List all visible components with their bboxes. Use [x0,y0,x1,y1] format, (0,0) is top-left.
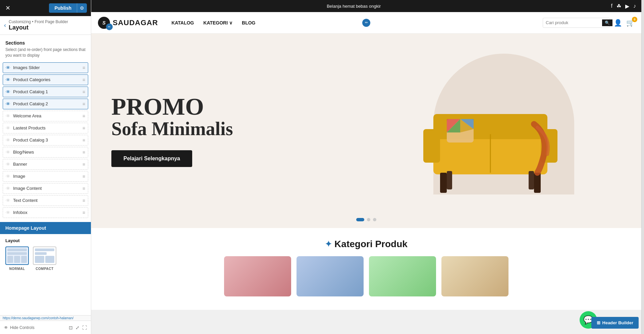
visibility-icon: 👁 [6,137,10,143]
drag-handle[interactable]: ≡ [83,198,85,203]
categories-section: ✦ Kategori Produk [91,228,641,310]
nav-right: 🔍 👤 🛒 0 [543,18,635,28]
drag-handle[interactable]: ≡ [83,150,85,155]
drag-handle[interactable]: ≡ [83,162,85,167]
carousel-dots [356,218,376,221]
search-button[interactable]: 🔍 [602,19,612,26]
hero-section: PROMO Sofa Minimalis Pelajari Selengkapn… [91,34,641,228]
visibility-icon: 👁 [6,65,10,70]
drag-handle[interactable]: ≡ [83,174,85,179]
header-builder-button[interactable]: ⊞ Header Builder [591,317,639,329]
carousel-dot-2[interactable] [367,218,370,221]
search-box[interactable]: 🔍 [543,18,610,28]
hero-content: PROMO Sofa Minimalis Pelajari Selengkapn… [111,95,366,167]
breadcrumb-bar: ‹ Customizing • Front Page Builder Layou… [0,16,91,35]
svg-rect-2 [423,129,440,163]
carousel-dot-active[interactable] [356,218,364,221]
section-item-image-content[interactable]: 👁 Image Content ≡ [3,183,88,194]
drag-handle[interactable]: ≡ [83,77,85,82]
instagram-icon[interactable]: ☘ [616,3,621,9]
hero-image-area [366,54,621,208]
carousel-dot-3[interactable] [373,218,376,221]
tiktok-icon[interactable]: ♪ [633,3,636,9]
section-item-images-slider[interactable]: 👁 Images Slider ≡ [3,62,88,73]
drag-handle[interactable]: ≡ [83,113,85,119]
visibility-icon: 👁 [6,89,10,95]
section-item-welcome-area[interactable]: 👁 Welcome Area ≡ [3,111,88,121]
right-scrollbar[interactable] [641,0,644,334]
youtube-icon[interactable]: ▶ [625,3,629,9]
drag-handle[interactable]: ≡ [83,125,85,131]
customizer-panel: ✕ Publish ⚙ ‹ Customizing • Front Page B… [0,0,91,334]
logo-edit-pencil[interactable]: ✏ [106,23,113,30]
preview-icon[interactable]: ⊡ [69,325,73,330]
fullscreen-icon[interactable]: ⛶ [82,325,87,330]
category-card-1[interactable] [224,256,291,296]
hide-controls-button[interactable]: 👁 Hide Controls [4,325,35,330]
cart-count: 0 [632,17,637,22]
user-icon[interactable]: 👤 [614,19,622,27]
layout-thumb-compact [33,246,56,265]
section-item-product-catalog-1[interactable]: 👁 Product Catalog 1 ≡ [3,87,88,97]
header-builder-label: Header Builder [602,320,633,325]
layout-option-normal[interactable]: NORMAL [5,246,29,271]
drag-handle[interactable]: ≡ [83,89,85,95]
category-card-4[interactable] [441,256,508,296]
drag-handle[interactable]: ≡ [83,186,85,191]
topbar-promo-text: Belanja hemat bebas ongkir [97,4,611,9]
categories-heading: ✦ Kategori Produk [98,239,635,249]
layout-section: Layout NORMAL [0,234,91,275]
section-name: Text Content [13,198,83,203]
layout-options: NORMAL COMPACT [5,246,86,271]
drag-handle[interactable]: ≡ [83,101,85,107]
visibility-icon: 👁 [6,210,10,215]
section-item-product-catalog-3[interactable]: 👁 Product Catalog 3 ≡ [3,135,88,146]
section-item-text-content[interactable]: 👁 Text Content ≡ [3,195,88,206]
breadcrumb-text: Customizing • Front Page Builder [9,19,68,24]
section-name: Banner [13,162,83,167]
nav-edit-pencil[interactable]: ✏ [362,19,370,27]
layout-option-compact[interactable]: COMPACT [33,246,56,271]
visibility-icon: 👁 [6,101,10,107]
section-name: Product Catalog 1 [13,89,83,94]
section-item-product-catalog-2[interactable]: 👁 Product Catalog 2 ≡ [3,99,88,109]
section-item-banner[interactable]: 👁 Banner ≡ [3,159,88,170]
nav-katalog[interactable]: KATALOG [171,20,194,25]
header-builder-icon: ⊞ [597,320,600,325]
section-name: Image [13,174,83,179]
section-name: Product Catalog 2 [13,101,83,106]
visibility-icon: 👁 [6,186,10,191]
external-icon[interactable]: ⤢ [75,325,79,330]
category-card-2[interactable] [297,256,364,296]
gear-button[interactable]: ⚙ [77,3,87,13]
logo-icon: S ✏ [98,17,110,29]
section-title-area: ✦ Kategori Produk [91,228,641,256]
category-card-3[interactable] [369,256,436,296]
thumb-col [14,256,20,263]
facebook-icon[interactable]: f [611,3,612,9]
back-button[interactable]: ‹ [4,22,6,29]
section-item-product-categories[interactable]: 👁 Product Categories ≡ [3,74,88,85]
visibility-icon: 👁 [6,113,10,119]
section-item-blog/news[interactable]: 👁 Blog/News ≡ [3,147,88,158]
search-input[interactable] [546,20,602,25]
section-item-lastest-products[interactable]: 👁 Lastest Products ≡ [3,123,88,133]
breadcrumb-info: Customizing • Front Page Builder Layout [9,19,68,31]
hide-controls-icon: 👁 [4,325,8,330]
drag-handle[interactable]: ≡ [83,210,85,215]
visibility-icon: 👁 [6,174,10,179]
publish-button[interactable]: Publish [49,3,77,13]
sofa-container [413,54,574,208]
topbar-social-icons: f ☘ ▶ ♪ [611,3,636,9]
section-item-infobox[interactable]: 👁 Infobox ≡ [3,207,88,218]
nav-blog[interactable]: BLOG [242,20,255,25]
drag-handle[interactable]: ≡ [83,137,85,143]
drag-handle[interactable]: ≡ [83,65,85,70]
visibility-icon: 👁 [6,125,10,131]
visibility-icon: 👁 [6,198,10,203]
nav-kategori[interactable]: KATEGORI ∨ [203,20,232,25]
hero-cta-button[interactable]: Pelajari Selengkapnya [111,150,192,167]
cart-badge[interactable]: 🛒 0 [626,19,635,27]
section-item-image[interactable]: 👁 Image ≡ [3,171,88,182]
close-button[interactable]: ✕ [4,3,12,13]
